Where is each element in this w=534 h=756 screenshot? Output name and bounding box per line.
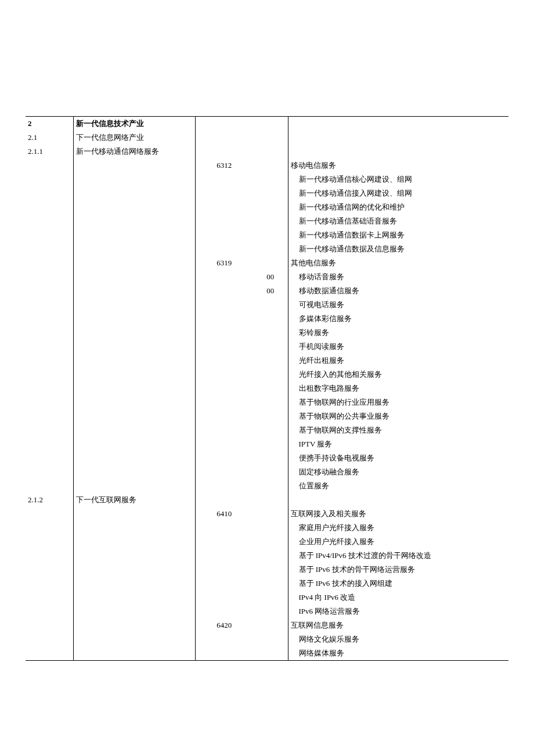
- table-row: 2.1.2下一代互联网服务: [26, 493, 508, 507]
- num2-cell: [253, 131, 288, 145]
- name-cell: [73, 465, 195, 479]
- desc-cell: 出租数字电路服务: [288, 381, 508, 395]
- num1-cell: [195, 381, 253, 395]
- desc-cell: [288, 117, 508, 131]
- table-row: 出租数字电路服务: [26, 381, 508, 395]
- num2-cell: [253, 242, 288, 256]
- num2-cell: [253, 493, 288, 507]
- table-row: 新一代移动通信数据卡上网服务: [26, 228, 508, 242]
- num2-cell: [253, 228, 288, 242]
- num2-cell: [253, 381, 288, 395]
- name-cell: [73, 632, 195, 646]
- num1-cell: [195, 423, 253, 437]
- code-cell: [26, 381, 73, 395]
- name-cell: [73, 604, 195, 618]
- num2-cell: [253, 632, 288, 646]
- code-cell: [26, 270, 73, 284]
- name-cell: [73, 507, 195, 521]
- code-cell: [26, 368, 73, 381]
- desc-cell: 移动话音服务: [288, 270, 508, 284]
- num2-cell: [253, 159, 288, 172]
- num2-cell: [253, 298, 288, 312]
- desc-cell: 网络文化娱乐服务: [288, 632, 508, 646]
- table-row: 00移动话音服务: [26, 270, 508, 284]
- desc-cell: 基于 IPv6 技术的骨干网络运营服务: [288, 563, 508, 577]
- name-cell: 下一代互联网服务: [73, 493, 195, 507]
- desc-cell: 位置服务: [288, 479, 508, 493]
- num1-cell: [195, 563, 253, 577]
- num1-cell: [195, 284, 253, 298]
- code-cell: [26, 549, 73, 563]
- num1-cell: [195, 521, 253, 535]
- code-cell: [26, 423, 73, 437]
- name-cell: [73, 214, 195, 228]
- code-cell: 2: [26, 117, 73, 131]
- table-row: 光纤接入的其他相关服务: [26, 368, 508, 381]
- desc-cell: 基于 IPv4/IPv6 技术过渡的骨干网络改造: [288, 549, 508, 563]
- name-cell: [73, 242, 195, 256]
- num1-cell: [195, 172, 253, 186]
- num2-cell: [253, 172, 288, 186]
- code-cell: [26, 618, 73, 632]
- num2-cell: [253, 535, 288, 549]
- desc-cell: 便携手持设备电视服务: [288, 451, 508, 465]
- desc-cell: 多媒体彩信服务: [288, 312, 508, 326]
- num1-cell: 6420: [195, 618, 253, 632]
- name-cell: [73, 200, 195, 214]
- num1-cell: [195, 242, 253, 256]
- table-row: 新一代移动通信数据及信息服务: [26, 242, 508, 256]
- name-cell: [73, 326, 195, 340]
- name-cell: [73, 521, 195, 535]
- table-row: 位置服务: [26, 479, 508, 493]
- table-row: 基于物联网的支撑性服务: [26, 423, 508, 437]
- name-cell: [73, 437, 195, 451]
- table-row: 基于 IPv4/IPv6 技术过渡的骨干网络改造: [26, 549, 508, 563]
- desc-cell: 基于 IPv6 技术的接入网组建: [288, 577, 508, 591]
- name-cell: [73, 228, 195, 242]
- desc-cell: IPv4 向 IPv6 改造: [288, 591, 508, 604]
- num2-cell: [253, 395, 288, 409]
- code-cell: [26, 437, 73, 451]
- name-cell: [73, 646, 195, 661]
- num1-cell: [195, 131, 253, 145]
- num2-cell: [253, 340, 288, 354]
- num1-cell: [195, 117, 253, 131]
- table-row: 基于物联网的公共事业服务: [26, 409, 508, 423]
- code-cell: [26, 298, 73, 312]
- name-cell: [73, 423, 195, 437]
- table-row: 6312移动电信服务: [26, 159, 508, 172]
- table-row: 可视电话服务: [26, 298, 508, 312]
- table-row: 家庭用户光纤接入服务: [26, 521, 508, 535]
- code-cell: [26, 256, 73, 270]
- table-row: 基于物联网的行业应用服务: [26, 395, 508, 409]
- table-row: 手机阅读服务: [26, 340, 508, 354]
- name-cell: [73, 563, 195, 577]
- code-cell: 2.1.1: [26, 145, 73, 159]
- table-row: 2.1.1新一代移动通信网络服务: [26, 145, 508, 159]
- num2-cell: [253, 200, 288, 214]
- code-cell: [26, 451, 73, 465]
- table-row: IPTV 服务: [26, 437, 508, 451]
- code-cell: [26, 395, 73, 409]
- table-row: IPv4 向 IPv6 改造: [26, 591, 508, 604]
- code-cell: [26, 632, 73, 646]
- table-row: 多媒体彩信服务: [26, 312, 508, 326]
- code-cell: [26, 354, 73, 368]
- table-row: 2新一代信息技术产业: [26, 117, 508, 131]
- num2-cell: [253, 507, 288, 521]
- document-page: 2新一代信息技术产业2.1下一代信息网络产业2.1.1新一代移动通信网络服务63…: [0, 0, 534, 756]
- num2-cell: [253, 117, 288, 131]
- table-row: 00移动数据通信服务: [26, 284, 508, 298]
- num2-cell: [253, 437, 288, 451]
- name-cell: 新一代移动通信网络服务: [73, 145, 195, 159]
- code-cell: [26, 591, 73, 604]
- table-row: 企业用户光纤接入服务: [26, 535, 508, 549]
- table-row: 固定移动融合服务: [26, 465, 508, 479]
- desc-cell: 互联网信息服务: [288, 618, 508, 632]
- desc-cell: 移动数据通信服务: [288, 284, 508, 298]
- num1-cell: [195, 186, 253, 200]
- classification-table: 2新一代信息技术产业2.1下一代信息网络产业2.1.1新一代移动通信网络服务63…: [26, 116, 508, 661]
- num1-cell: [195, 368, 253, 381]
- desc-cell: [288, 131, 508, 145]
- name-cell: [73, 256, 195, 270]
